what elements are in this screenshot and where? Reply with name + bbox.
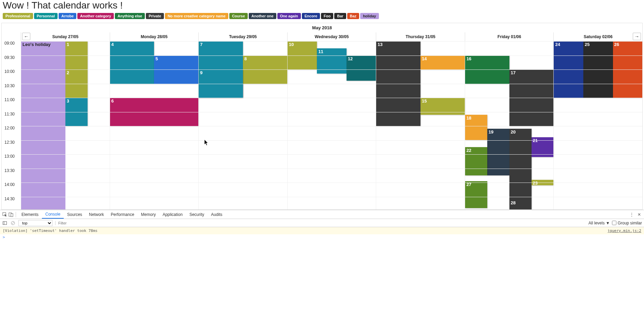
devtools-panel: ElementsConsoleSourcesNetworkPerformance… xyxy=(0,210,644,240)
time-label: 10:30 xyxy=(2,84,21,98)
category-badge[interactable]: holiday xyxy=(360,13,379,19)
inspect-element-icon[interactable] xyxy=(2,212,7,217)
devtools-tab[interactable]: Elements xyxy=(18,210,42,219)
next-week-button[interactable]: → xyxy=(633,33,641,40)
category-legend: ProfessionnalPersonnalArrobeAnother cate… xyxy=(0,13,644,23)
time-label: 14:30 xyxy=(2,197,21,210)
devtools-close-icon[interactable]: ✕ xyxy=(637,212,642,217)
svg-rect-2 xyxy=(11,214,13,217)
category-badge[interactable]: Another one xyxy=(249,13,276,19)
day-header: Thursday 31/05 xyxy=(376,32,465,41)
device-toolbar-icon[interactable] xyxy=(8,212,14,217)
day-column[interactable]: 789 xyxy=(198,41,287,209)
day-column[interactable]: 101112 xyxy=(287,41,376,209)
event[interactable]: 22 xyxy=(465,147,487,175)
devtools-tab[interactable]: Sources xyxy=(64,210,86,219)
time-label: 09:00 xyxy=(2,41,21,56)
day-header: Saturday 02/06 xyxy=(553,32,642,41)
svg-line-6 xyxy=(12,222,14,224)
time-label: 09:30 xyxy=(2,56,21,70)
time-label: 11:00 xyxy=(2,98,21,112)
sidebar-toggle-icon[interactable] xyxy=(2,220,7,226)
category-badge[interactable]: Bar xyxy=(334,13,346,19)
event[interactable]: 20 xyxy=(509,129,532,200)
time-label: 11:30 xyxy=(2,112,21,126)
devtools-tab[interactable]: Network xyxy=(86,210,107,219)
event[interactable]: 18 xyxy=(465,115,487,140)
event[interactable]: 11 xyxy=(317,48,347,74)
day-header: Sunday 27/05 xyxy=(21,32,110,41)
day-header: Monday 28/05 xyxy=(110,32,199,41)
devtools-tab[interactable]: Application xyxy=(159,210,186,219)
category-badge[interactable]: Course xyxy=(229,13,248,19)
day-column[interactable]: 242526 xyxy=(553,41,642,209)
category-badge[interactable]: Private xyxy=(146,13,164,19)
category-badge[interactable]: No more creative category name xyxy=(165,13,228,19)
category-badge[interactable]: Baz xyxy=(347,13,359,19)
event[interactable]: 27 xyxy=(465,181,487,208)
time-label: 12:30 xyxy=(2,140,21,155)
devtools-tab[interactable]: Security xyxy=(186,210,208,219)
time-label: 13:30 xyxy=(2,169,21,183)
devtools-tab[interactable]: Performance xyxy=(107,210,138,219)
console-filter-input[interactable] xyxy=(55,221,151,225)
time-label: 12:00 xyxy=(2,126,21,140)
console-message: [Violation] 'setTimeout' handler took 78… xyxy=(3,229,97,233)
devtools-tab[interactable]: Audits xyxy=(208,210,226,219)
event[interactable]: 12 xyxy=(347,56,376,81)
time-label: 10:00 xyxy=(2,69,21,84)
log-levels-dropdown[interactable]: All levels ▼ xyxy=(588,221,610,225)
day-column[interactable]: 456 xyxy=(110,41,199,209)
group-similar-label: Group similar xyxy=(618,221,642,225)
category-badge[interactable]: One again xyxy=(277,13,301,19)
console-source-link[interactable]: jquery.min.js:2 xyxy=(608,229,641,233)
devtools-tab[interactable]: Console xyxy=(42,210,64,219)
category-badge[interactable]: Professionnal xyxy=(3,13,33,19)
category-badge[interactable]: Anything else xyxy=(115,13,145,19)
day-header: Tuesday 29/05 xyxy=(198,32,287,41)
svg-rect-3 xyxy=(3,221,7,224)
calendar: May 2018 ← → Sunday 27/05Monday 28/05Tue… xyxy=(1,23,643,210)
event[interactable]: 4 xyxy=(110,41,154,84)
time-label: 14:00 xyxy=(2,183,21,197)
category-badge[interactable]: Foo xyxy=(321,13,333,19)
time-label: 13:00 xyxy=(2,154,21,169)
event-holiday[interactable]: Leo's holiday xyxy=(21,41,65,209)
event[interactable]: 14 xyxy=(420,56,465,70)
console-prompt[interactable]: > xyxy=(0,234,644,240)
devtools-tab[interactable]: Memory xyxy=(138,210,159,219)
day-column[interactable]: 16171819202122232728 xyxy=(465,41,554,209)
day-column[interactable]: 131415 xyxy=(376,41,465,209)
context-select[interactable]: top xyxy=(18,220,52,226)
event[interactable]: 28 xyxy=(509,200,532,209)
page-title: Wow ! That calendar works ! xyxy=(0,0,644,13)
day-header: Friday 01/06 xyxy=(465,32,554,41)
category-badge[interactable]: Personnal xyxy=(34,13,58,19)
day-header: Wednesday 30/05 xyxy=(287,32,376,41)
category-badge[interactable]: Arrobe xyxy=(59,13,76,19)
prev-week-button[interactable]: ← xyxy=(22,33,30,40)
devtools-settings-icon[interactable]: ⋮ xyxy=(629,212,634,217)
group-similar-checkbox[interactable] xyxy=(612,221,616,225)
day-column[interactable]: Leo's holiday123 xyxy=(21,41,110,209)
category-badge[interactable]: Encore xyxy=(302,13,320,19)
category-badge[interactable]: Another category xyxy=(77,13,114,19)
calendar-month-label: May 2018 xyxy=(2,23,642,32)
clear-console-icon[interactable] xyxy=(10,220,16,226)
